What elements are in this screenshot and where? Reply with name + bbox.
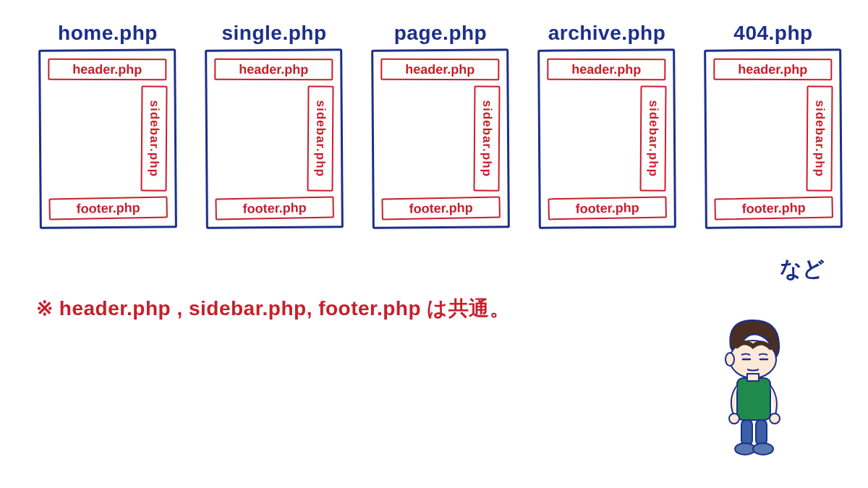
template-single: single.php header.php sidebar.php footer… — [201, 22, 347, 228]
content-area: sidebar.php — [547, 80, 666, 197]
svg-point-6 — [729, 414, 739, 424]
footer-part: footer.php — [714, 197, 833, 221]
footer-part: footer.php — [48, 197, 167, 221]
template-title: 404.php — [733, 22, 812, 45]
sidebar-part: sidebar.php — [140, 85, 167, 191]
template-page: page.php header.php sidebar.php footer.p… — [367, 22, 514, 228]
sidebar-part: sidebar.php — [307, 85, 333, 191]
header-part: header.php — [713, 59, 832, 81]
footer-part: footer.php — [215, 197, 333, 221]
template-title: home.php — [58, 22, 158, 45]
svg-point-1 — [726, 353, 734, 366]
etc-label: など — [780, 254, 825, 284]
header-part: header.php — [380, 59, 499, 81]
content-area: sidebar.php — [214, 80, 333, 197]
header-part: header.php — [48, 59, 166, 81]
diagram-canvas: home.php header.php sidebar.php footer.p… — [0, 0, 868, 488]
template-box: header.php sidebar.php footer.php — [371, 48, 510, 228]
header-part: header.php — [547, 59, 665, 81]
template-box: header.php sidebar.php footer.php — [38, 48, 177, 228]
header-part: header.php — [214, 59, 333, 81]
svg-rect-5 — [747, 374, 759, 381]
svg-point-10 — [735, 443, 755, 455]
content-area: sidebar.php — [713, 80, 833, 197]
template-title: archive.php — [548, 22, 666, 45]
sidebar-part: sidebar.php — [639, 85, 666, 191]
template-archive: archive.php header.php sidebar.php foote… — [534, 22, 680, 228]
template-row: home.php header.php sidebar.php footer.p… — [35, 22, 846, 228]
svg-rect-8 — [741, 420, 752, 445]
template-box: header.php sidebar.php footer.php — [205, 48, 344, 228]
template-box: header.php sidebar.php footer.php — [704, 48, 843, 228]
mascot-icon — [705, 314, 799, 466]
footer-part: footer.php — [548, 197, 666, 221]
template-home: home.php header.php sidebar.php footer.p… — [35, 22, 181, 228]
template-title: page.php — [394, 22, 487, 45]
svg-rect-9 — [756, 420, 767, 445]
template-box: header.php sidebar.php footer.php — [537, 48, 676, 228]
content-area: sidebar.php — [380, 80, 500, 197]
sidebar-part: sidebar.php — [473, 85, 500, 191]
svg-point-11 — [753, 443, 773, 455]
sidebar-part: sidebar.php — [806, 85, 833, 191]
footer-part: footer.php — [381, 197, 500, 221]
svg-rect-4 — [737, 378, 770, 420]
template-404: 404.php header.php sidebar.php footer.ph… — [700, 22, 846, 228]
svg-point-7 — [770, 414, 780, 424]
shared-parts-note: ※ header.php , sidebar.php, footer.php は… — [36, 295, 510, 322]
content-area: sidebar.php — [48, 80, 167, 197]
template-title: single.php — [222, 22, 327, 45]
mascot-illustration — [705, 314, 799, 466]
